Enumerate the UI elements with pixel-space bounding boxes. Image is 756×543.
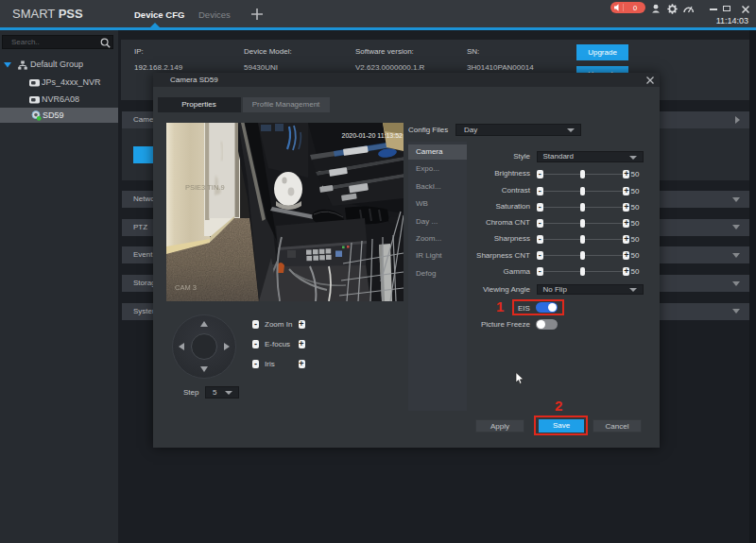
svg-text:PSIE3 TIN.9: PSIE3 TIN.9 xyxy=(185,183,225,192)
svg-text:CAM 3: CAM 3 xyxy=(175,283,197,292)
svg-text:0: 0 xyxy=(633,4,637,12)
svg-text:2020-01-20 11:13:52: 2020-01-20 11:13:52 xyxy=(342,132,404,139)
